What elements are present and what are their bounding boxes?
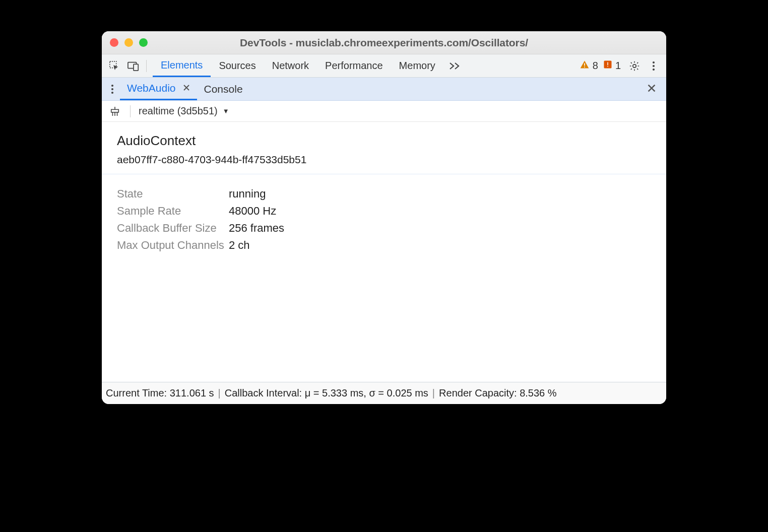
main-tab-bar: Elements Sources Network Performance Mem… <box>102 54 666 78</box>
tab-elements[interactable]: Elements <box>153 54 211 77</box>
status-current-time-label: Current Time: <box>106 387 167 399</box>
svg-rect-3 <box>584 63 585 66</box>
svg-point-12 <box>111 84 113 86</box>
context-selector[interactable]: realtime (3d5b51) ▼ <box>139 105 229 117</box>
devtools-window: DevTools - musiclab.chromeexperiments.co… <box>102 31 666 404</box>
warnings-count: 8 <box>593 60 598 72</box>
drawer-tab-label: Console <box>204 83 243 95</box>
status-callback-interval-value: μ = 5.333 ms, σ = 0.025 ms <box>305 387 428 399</box>
drawer-tab-webaudio[interactable]: WebAudio <box>120 78 197 100</box>
toolbar-divider <box>146 60 147 72</box>
svg-point-9 <box>653 61 655 63</box>
kebab-menu-icon[interactable] <box>644 56 663 76</box>
audiocontext-properties: State running Sample Rate 48000 Hz Callb… <box>102 174 666 265</box>
tab-label: Network <box>272 60 309 72</box>
svg-point-8 <box>633 64 636 67</box>
errors-count: 1 <box>615 60 621 72</box>
property-row: State running <box>117 185 651 203</box>
status-render-capacity-label: Render Capacity: <box>439 387 517 399</box>
device-toolbar-icon[interactable] <box>124 56 143 76</box>
property-row: Callback Buffer Size 256 frames <box>117 220 651 237</box>
svg-rect-7 <box>607 66 608 67</box>
tab-memory[interactable]: Memory <box>391 54 443 77</box>
errors-badge[interactable]: 1 <box>603 60 621 72</box>
warning-icon <box>580 59 590 72</box>
audiocontext-heading: AudioContext <box>117 133 651 149</box>
traffic-lights <box>110 38 148 47</box>
status-bar: Current Time: 311.061 s | Callback Inter… <box>102 382 666 404</box>
tab-label: Sources <box>219 60 255 72</box>
close-window-button[interactable] <box>110 38 118 47</box>
property-label: Sample Rate <box>117 203 229 220</box>
audiocontext-header: AudioContext aeb07ff7-c880-4703-944b-ff4… <box>102 122 666 174</box>
tab-performance[interactable]: Performance <box>317 54 391 77</box>
property-value: 48000 Hz <box>229 203 276 220</box>
context-toolbar: realtime (3d5b51) ▼ <box>102 101 666 122</box>
status-divider: | <box>218 387 221 399</box>
drawer-kebab-icon[interactable] <box>105 80 120 99</box>
status-current-time-value: 311.061 s <box>170 387 214 399</box>
window-titlebar: DevTools - musiclab.chromeexperiments.co… <box>102 31 666 54</box>
zoom-window-button[interactable] <box>139 38 148 47</box>
toolbar-divider <box>130 105 131 117</box>
svg-rect-2 <box>134 64 138 71</box>
inspect-element-icon[interactable] <box>105 56 124 76</box>
status-callback-interval-label: Callback Interval: <box>225 387 302 399</box>
svg-point-10 <box>653 64 655 66</box>
property-value: 2 ch <box>229 237 250 254</box>
drawer-tab-label: WebAudio <box>127 82 176 94</box>
more-tabs-icon[interactable] <box>443 61 467 71</box>
tab-sources[interactable]: Sources <box>211 54 264 77</box>
minimize-window-button[interactable] <box>124 38 133 47</box>
error-icon <box>603 60 612 72</box>
main-tabs: Elements Sources Network Performance Mem… <box>153 54 443 77</box>
settings-icon[interactable] <box>625 56 644 76</box>
status-divider: | <box>432 387 435 399</box>
svg-point-13 <box>111 88 113 90</box>
close-tab-icon[interactable] <box>183 83 190 94</box>
warnings-badge[interactable]: 8 <box>580 59 598 72</box>
svg-rect-15 <box>111 109 119 112</box>
tab-label: Memory <box>399 60 435 72</box>
tab-label: Elements <box>161 59 203 71</box>
garbage-collect-icon[interactable] <box>108 102 122 121</box>
property-row: Max Output Channels 2 ch <box>117 237 651 254</box>
property-label: Callback Buffer Size <box>117 220 229 237</box>
webaudio-panel-content: AudioContext aeb07ff7-c880-4703-944b-ff4… <box>102 122 666 382</box>
context-selector-value: realtime (3d5b51) <box>139 105 218 117</box>
property-value: 256 frames <box>229 220 284 237</box>
property-label: State <box>117 185 229 203</box>
tab-label: Performance <box>325 60 383 72</box>
svg-point-14 <box>111 91 113 93</box>
chevron-down-icon: ▼ <box>223 107 229 115</box>
drawer-tab-console[interactable]: Console <box>197 78 250 100</box>
tab-network[interactable]: Network <box>264 54 317 77</box>
issues-badges: 8 1 <box>580 59 621 72</box>
window-title: DevTools - musiclab.chromeexperiments.co… <box>110 37 658 49</box>
svg-point-11 <box>653 68 655 70</box>
drawer-close-icon[interactable] <box>647 83 663 96</box>
property-label: Max Output Channels <box>117 237 229 254</box>
property-row: Sample Rate 48000 Hz <box>117 203 651 220</box>
property-value: running <box>229 185 266 203</box>
drawer-tab-bar: WebAudio Console <box>102 78 666 101</box>
status-render-capacity-value: 8.536 % <box>520 387 556 399</box>
audiocontext-uuid: aeb07ff7-c880-4703-944b-ff47533d5b51 <box>117 154 651 166</box>
svg-rect-6 <box>607 62 608 65</box>
svg-rect-4 <box>584 66 585 68</box>
